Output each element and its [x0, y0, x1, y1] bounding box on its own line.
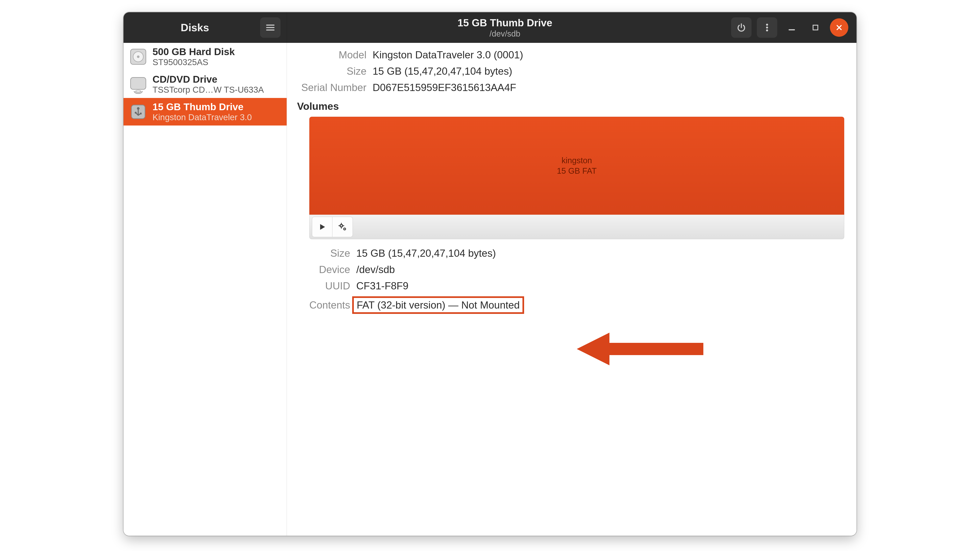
power-icon: [737, 23, 746, 32]
info-row-model: Model Kingston DataTraveler 3.0 (0001): [297, 49, 846, 61]
svg-rect-18: [343, 225, 344, 226]
value-uuid: CF31-F8F9: [356, 280, 409, 292]
sidebar-item-title: CD/DVD Drive: [153, 74, 282, 85]
label-contents: Contents: [297, 299, 350, 311]
optical-drive-icon: [128, 74, 148, 94]
info-row-size: Size 15 GB (15,47,20,47,104 bytes): [297, 65, 846, 77]
info-row-device: Device /dev/sdb: [297, 264, 846, 275]
maximize-icon: [811, 24, 819, 32]
label-size: Size: [297, 65, 366, 77]
kebab-icon: [762, 23, 772, 32]
sidebar: 500 GB Hard Disk ST9500325AS CD/DVD Driv…: [124, 43, 287, 536]
content: Model Kingston DataTraveler 3.0 (0001) S…: [287, 43, 856, 536]
harddisk-icon: [128, 46, 148, 67]
volume-details: Size 15 GB (15,47,20,47,104 bytes) Devic…: [297, 247, 846, 314]
label-device: Device: [297, 264, 350, 275]
label-uuid: UUID: [297, 280, 350, 292]
label-serial: Serial Number: [297, 82, 366, 94]
header-drive-path: /dev/sdb: [489, 29, 520, 38]
minimize-button[interactable]: [783, 18, 801, 37]
value-serial: D067E515959EF3615613AA4F: [372, 82, 516, 94]
partition-name: kingston: [562, 156, 592, 165]
headerbar: Disks 15 GB Thumb Drive /dev/sdb: [124, 12, 856, 43]
app-menu-button[interactable]: [260, 17, 280, 38]
app-title: Disks: [130, 21, 260, 34]
svg-point-0: [766, 24, 768, 25]
sidebar-item-subtitle: Kingston DataTraveler 3.0: [153, 113, 282, 122]
minimize-icon: [787, 23, 796, 32]
value-model: Kingston DataTraveler 3.0 (0001): [372, 49, 523, 61]
svg-rect-12: [140, 113, 142, 114]
value-contents: FAT (32-bit version) — Not Mounted: [352, 296, 524, 314]
mount-button[interactable]: [312, 217, 332, 237]
svg-point-2: [766, 30, 768, 31]
maximize-button[interactable]: [806, 18, 825, 37]
partition-block[interactable]: kingston 15 GB FAT: [309, 117, 844, 215]
sidebar-item-optical-drive[interactable]: CD/DVD Drive TSSTcorp CD…W TS-U633A: [124, 70, 286, 98]
volumes-box: kingston 15 GB FAT: [309, 117, 844, 239]
label-model: Model: [297, 49, 366, 61]
svg-rect-16: [341, 227, 342, 229]
value-size: 15 GB (15,47,20,47,104 bytes): [372, 65, 512, 77]
value-device: /dev/sdb: [356, 264, 395, 275]
close-button[interactable]: [830, 18, 848, 37]
svg-point-20: [344, 229, 345, 229]
body: 500 GB Hard Disk ST9500325AS CD/DVD Driv…: [124, 43, 856, 536]
sidebar-item-title: 15 GB Thumb Drive: [153, 101, 282, 113]
disks-window: Disks 15 GB Thumb Drive /dev/sdb: [124, 12, 856, 536]
info-row-contents: Contents FAT (32-bit version) — Not Moun…: [297, 296, 846, 314]
volume-settings-button[interactable]: [332, 217, 353, 237]
svg-rect-3: [813, 25, 818, 30]
gears-icon: [338, 222, 347, 232]
sidebar-item-hard-disk[interactable]: 500 GB Hard Disk ST9500325AS: [124, 43, 286, 70]
label-vol-size: Size: [297, 247, 350, 259]
play-icon: [317, 222, 327, 232]
close-icon: [835, 24, 843, 32]
svg-rect-17: [339, 225, 340, 226]
usb-drive-icon: [128, 102, 148, 122]
header-left: Disks: [124, 12, 287, 43]
svg-point-6: [137, 55, 140, 58]
drive-menu-button[interactable]: [757, 17, 777, 38]
svg-point-14: [340, 225, 342, 226]
volume-toolbar: [309, 215, 844, 239]
svg-rect-7: [130, 77, 146, 89]
svg-point-8: [136, 90, 141, 92]
sidebar-item-subtitle: TSSTcorp CD…W TS-U633A: [153, 85, 282, 95]
info-row-serial: Serial Number D067E515959EF3615613AA4F: [297, 82, 846, 94]
svg-point-1: [766, 27, 768, 29]
power-button[interactable]: [731, 17, 751, 38]
header-right: [723, 12, 856, 43]
svg-rect-15: [341, 223, 342, 224]
header-center: 15 GB Thumb Drive /dev/sdb: [287, 12, 723, 43]
sidebar-item-subtitle: ST9500325AS: [153, 57, 282, 67]
partition-desc: 15 GB FAT: [557, 166, 597, 176]
info-row-uuid: UUID CF31-F8F9: [297, 280, 846, 292]
header-drive-title: 15 GB Thumb Drive: [458, 17, 552, 29]
hamburger-icon: [266, 23, 275, 32]
svg-point-11: [135, 112, 137, 114]
sidebar-item-thumb-drive[interactable]: 15 GB Thumb Drive Kingston DataTraveler …: [124, 98, 286, 125]
sidebar-item-title: 500 GB Hard Disk: [153, 46, 282, 57]
value-vol-size: 15 GB (15,47,20,47,104 bytes): [356, 247, 496, 259]
info-row-vol-size: Size 15 GB (15,47,20,47,104 bytes): [297, 247, 846, 259]
volumes-section-title: Volumes: [297, 100, 846, 112]
